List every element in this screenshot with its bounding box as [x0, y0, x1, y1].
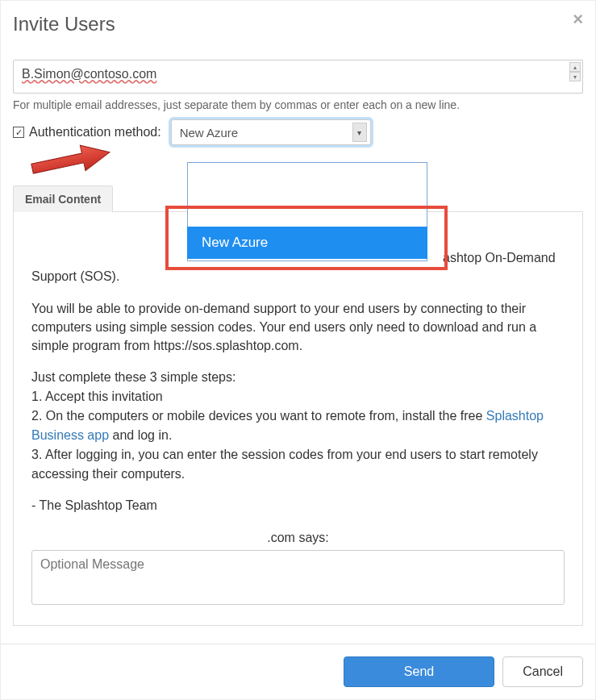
invite-users-modal: Invite Users × B.Simon@contoso.com ▴ ▾ F… [0, 0, 596, 700]
tab-email-content[interactable]: Email Content [13, 185, 113, 212]
step-1: 1. Accept this invitation [31, 387, 565, 406]
auth-method-row: ✓ Authentication method: New Azure ▾ [13, 119, 583, 145]
modal-body: B.Simon@contoso.com ▴ ▾ For multiple ema… [1, 60, 595, 638]
dropdown-option-new-azure[interactable]: New Azure [187, 227, 427, 259]
send-button[interactable]: Send [344, 656, 494, 687]
email-addresses-input[interactable]: B.Simon@contoso.com ▴ ▾ [13, 60, 583, 94]
optional-message-input[interactable] [31, 550, 565, 605]
content-para-2: You will be able to provide on-demand su… [31, 299, 565, 356]
auth-method-selected-value: New Azure [180, 126, 239, 140]
chevron-down-icon[interactable]: ▾ [352, 123, 367, 142]
spinner-down-icon[interactable]: ▾ [569, 72, 581, 81]
email-input-wrap: B.Simon@contoso.com ▴ ▾ [13, 60, 583, 94]
signoff: - The Splashtop Team [31, 498, 565, 513]
textarea-scroll-spinner[interactable]: ▴ ▾ [569, 62, 581, 81]
step-2: 2. On the computers or mobile devices yo… [31, 406, 565, 445]
email-hint-text: For multiple email addresses, just separ… [13, 98, 583, 111]
spinner-up-icon[interactable]: ▴ [569, 62, 581, 72]
modal-header: Invite Users × [1, 1, 595, 48]
content-steps: Just complete these 3 simple steps: 1. A… [31, 368, 565, 484]
step-3: 3. After logging in, you can enter the s… [31, 445, 565, 484]
email-value: B.Simon@contoso.com [22, 67, 156, 81]
modal-footer: Send Cancel [1, 644, 595, 699]
says-text: .com says: [31, 531, 565, 545]
email-content-panel: XXXXXXXXXXXXXXXXXXXXXXXXXXXXXXXXXXXXXXXX… [13, 211, 583, 626]
modal-title: Invite Users [13, 13, 583, 35]
auth-method-label: Authentication method: [29, 125, 161, 140]
auth-method-checkbox[interactable]: ✓ [13, 127, 24, 138]
steps-intro: Just complete these 3 simple steps: [31, 368, 565, 387]
close-icon[interactable]: × [573, 10, 583, 28]
auth-method-select[interactable]: New Azure ▾ [171, 119, 371, 145]
cancel-button[interactable]: Cancel [502, 656, 583, 687]
